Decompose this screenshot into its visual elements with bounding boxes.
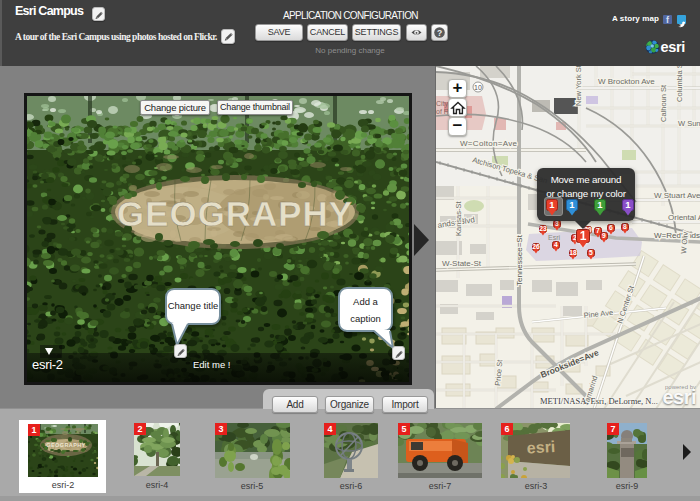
svg-text:9: 9: [602, 232, 606, 239]
svg-text:?: ?: [437, 28, 442, 38]
svg-text:W=Colton=Ave: W=Colton=Ave: [460, 139, 518, 148]
svg-text:10: 10: [474, 84, 482, 91]
svg-text:1: 1: [625, 199, 631, 210]
svg-text:New York St: New York St: [574, 66, 583, 106]
svg-text:W Brockton Ave: W Brockton Ave: [598, 77, 655, 86]
svg-text:GEOGRAPHY: GEOGRAPHY: [117, 194, 353, 233]
svg-text:5: 5: [589, 249, 593, 256]
svg-text:esri: esri: [526, 438, 555, 456]
svg-text:1: 1: [580, 229, 587, 243]
svg-text:City: City: [436, 100, 449, 108]
svg-text:W Stuart Ave: W Stuart Ave: [654, 191, 700, 200]
svg-text:of R: of R: [436, 108, 449, 115]
svg-text:26: 26: [532, 243, 540, 250]
svg-text:GEOGRAPHY: GEOGRAPHY: [46, 442, 85, 448]
svg-text:23: 23: [539, 225, 547, 232]
svg-text:W Sun: W Sun: [678, 119, 700, 128]
svg-text:Kansas-St: Kansas-St: [454, 200, 463, 236]
svg-text:esri: esri: [661, 39, 686, 55]
svg-text:Calhoun St: Calhoun St: [659, 84, 668, 122]
svg-text:W=Redlands-Bl: W=Redlands-Bl: [654, 231, 700, 240]
svg-text:1: 1: [597, 199, 603, 210]
svg-text:4: 4: [554, 241, 558, 248]
svg-text:Tennessee=St: Tennessee=St: [515, 234, 524, 286]
svg-text:Columbia S: Columbia S: [675, 66, 684, 102]
svg-text:1: 1: [569, 199, 575, 210]
svg-text:1: 1: [549, 199, 555, 210]
svg-text:6: 6: [609, 224, 613, 231]
svg-text:Oriental Ave: Oriental Ave: [668, 213, 700, 222]
svg-text:18: 18: [569, 249, 577, 256]
svg-text:3: 3: [555, 220, 559, 227]
svg-text:8: 8: [623, 223, 627, 230]
svg-text:W-State-St: W-State-St: [442, 259, 482, 268]
